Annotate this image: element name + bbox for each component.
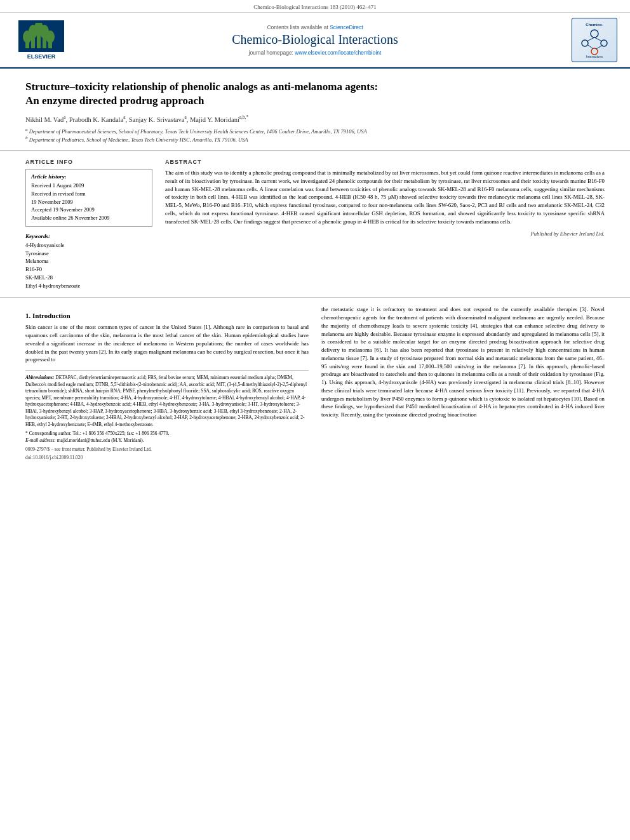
history-online: Available online 26 November 2009: [31, 214, 147, 222]
history-revised-date: 19 November 2009: [31, 198, 147, 206]
abbreviations-text: Abbreviations: DETAPAC, diethylenetriami…: [25, 375, 309, 428]
journal-logo-box: Chemico- Interactions: [572, 18, 617, 62]
email-line: E-mail address: majid.moridani@ttuhsc.ed…: [25, 437, 309, 444]
doi-line: doi:10.1016/j.cbi.2009.11.020: [25, 455, 309, 460]
article-info-label: ARTICLE INFO: [25, 159, 152, 165]
affiliation-b: b Department of Pediatrics, School of Me…: [25, 135, 605, 144]
keyword-3: B16-F0: [25, 265, 152, 274]
article-authors: Nikhil M. Vada, Prabodh K. Kandalaa, San…: [25, 114, 605, 123]
keyword-0: 4-Hydroxyanisole: [25, 241, 152, 250]
journal-logo-area: Chemico- Interactions: [560, 18, 617, 62]
svg-text:Interactions: Interactions: [586, 55, 603, 58]
keywords-label: Keywords:: [25, 233, 152, 239]
elsevier-label: ELSEVIER: [27, 53, 56, 60]
keywords-section: Keywords: 4-Hydroxyanisole Tyrosinase Me…: [25, 233, 152, 290]
history-received: Received 1 August 2009: [31, 182, 147, 190]
history-accepted: Accepted 19 November 2009: [31, 206, 147, 214]
body-right-col: the metastatic stage it is refractory to…: [321, 305, 605, 460]
homepage-url[interactable]: www.elsevier.com/locate/chembioint: [295, 50, 381, 56]
sciencedirect-link[interactable]: ScienceDirect: [330, 24, 363, 30]
affiliation-a: a Department of Pharmaceutical Sciences,…: [25, 127, 605, 136]
keyword-1: Tyrosinase: [25, 250, 152, 258]
svg-point-9: [46, 30, 55, 43]
history-title: Article history:: [31, 173, 147, 180]
intro-right-text: the metastatic stage it is refractory to…: [321, 305, 605, 419]
svg-line-16: [588, 45, 593, 49]
body-left-col: 1. Introduction Skin cancer is one of th…: [25, 305, 309, 460]
abstract-column: ABSTRACT The aim of this study was to id…: [165, 159, 605, 290]
svg-line-17: [596, 45, 603, 49]
svg-point-10: [591, 30, 598, 37]
keyword-4: SK-MEL-28: [25, 274, 152, 282]
intro-heading: 1. Introduction: [25, 312, 309, 319]
elsevier-logo: ELSEVIER: [13, 20, 70, 60]
journal-title-area: Contents lists available at ScienceDirec…: [70, 24, 560, 56]
journal-title: Chemico-Biological Interactions: [70, 32, 560, 47]
affiliations: a Department of Pharmaceutical Sciences,…: [25, 127, 605, 144]
corresponding-author: * Corresponding author. Tel.: +1 806 356…: [25, 430, 309, 437]
article-title: Structure–toxicity relationship of pheno…: [25, 80, 605, 108]
journal-header: ELSEVIER Contents lists available at Sci…: [0, 13, 630, 69]
article-history-box: Article history: Received 1 August 2009 …: [25, 169, 152, 227]
footnote-section: Abbreviations: DETAPAC, diethylenetriami…: [25, 370, 309, 460]
history-revised-label: Received in revised form: [31, 190, 147, 198]
journal-citation: Chemico-Biological Interactions 183 (201…: [0, 0, 630, 13]
article-body: 1. Introduction Skin cancer is one of th…: [0, 298, 630, 468]
keyword-5: Ethyl 4-hydroxybenzoate: [25, 282, 152, 290]
article-title-section: Structure–toxicity relationship of pheno…: [0, 69, 630, 151]
abbreviations-label: Abbreviations:: [25, 375, 54, 380]
svg-text:Chemico-: Chemico-: [586, 23, 603, 27]
abstract-label: ABSTRACT: [165, 159, 605, 165]
article-info-column: ARTICLE INFO Article history: Received 1…: [25, 159, 152, 290]
elsevier-logo-area: ELSEVIER: [13, 20, 70, 60]
contents-available-line: Contents lists available at ScienceDirec…: [70, 24, 560, 30]
abstract-footer: Published by Elsevier Ireland Ltd.: [165, 230, 605, 237]
intro-left-text: Skin cancer is one of the most common ty…: [25, 323, 309, 364]
keyword-2: Melanoma: [25, 257, 152, 265]
svg-point-13: [591, 48, 598, 55]
homepage-line: journal homepage: www.elsevier.com/locat…: [70, 50, 560, 56]
abbreviations-content: DETAPAC, diethylenetriaminepentaacetic a…: [25, 375, 307, 427]
svg-line-15: [594, 37, 602, 41]
article-info-abstract-section: ARTICLE INFO Article history: Received 1…: [0, 151, 630, 298]
issn-line: 0009-2797/$ – see front matter. Publishe…: [25, 446, 309, 452]
abstract-text: The aim of this study was to identify a …: [165, 169, 605, 225]
svg-line-14: [587, 37, 594, 41]
elsevier-logo-box: [18, 20, 64, 52]
